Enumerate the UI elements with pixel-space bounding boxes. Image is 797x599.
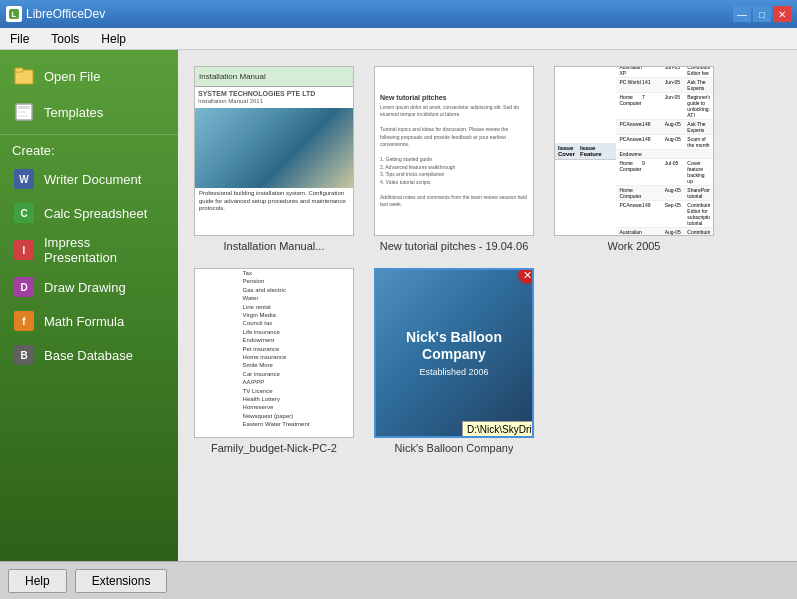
templates-label: Templates [44, 105, 103, 120]
math-icon: f [12, 309, 36, 333]
doc-path-tooltip: D:\Nick\SkyDrive\Documents\Nick's Balloo… [462, 421, 534, 438]
doc-thumb-tutorial: New tutorial pitches Lorem ipsum dolor s… [374, 66, 534, 236]
writer-label: Writer Document [44, 172, 141, 187]
svg-rect-3 [15, 68, 23, 72]
menu-help[interactable]: Help [95, 30, 132, 48]
doc-family-label: Family_budget-Nick-PC-2 [211, 442, 337, 454]
sidebar-open-file[interactable]: Open File [0, 58, 178, 94]
recent-documents: Installation Manual SYSTEM TECHNOLOGIES … [178, 50, 797, 561]
menubar: File Tools Help [0, 28, 797, 50]
doc-balloon[interactable]: ✕ Nick's Balloon Company Established 200… [374, 268, 534, 454]
svg-rect-7 [18, 115, 28, 117]
open-file-icon [12, 64, 36, 88]
main-layout: Open File Templates Create: W Writer Doc… [0, 50, 797, 561]
svg-rect-6 [18, 111, 26, 113]
base-label: Base Database [44, 348, 133, 363]
menu-tools[interactable]: Tools [45, 30, 85, 48]
create-draw[interactable]: D Draw Drawing [0, 270, 178, 304]
doc-install[interactable]: Installation Manual SYSTEM TECHNOLOGIES … [194, 66, 354, 252]
templates-icon [12, 100, 36, 124]
sidebar: Open File Templates Create: W Writer Doc… [0, 50, 178, 561]
window-controls: — □ ✕ [733, 6, 791, 22]
recent-row-2: OUTGOING Mortgage Tax Pension Gas and el… [194, 268, 781, 454]
close-doc-badge[interactable]: ✕ [518, 268, 534, 284]
recent-row-1: Installation Manual SYSTEM TECHNOLOGIES … [194, 66, 781, 252]
create-math[interactable]: f Math Formula [0, 304, 178, 338]
draw-label: Draw Drawing [44, 280, 126, 295]
doc-balloon-label: Nick's Balloon Company [395, 442, 514, 454]
app-icon: L [6, 6, 22, 22]
draw-icon: D [12, 275, 36, 299]
create-label: Create: [0, 139, 178, 162]
doc-install-label: Installation Manual... [224, 240, 325, 252]
writer-icon: W [12, 167, 36, 191]
maximize-button[interactable]: □ [753, 6, 771, 22]
doc-family[interactable]: OUTGOING Mortgage Tax Pension Gas and el… [194, 268, 354, 454]
doc-tutorial-label: New tutorial pitches - 19.04.06 [380, 240, 529, 252]
balloon-subtitle: Established 2006 [419, 367, 488, 377]
doc-thumb-install: Installation Manual SYSTEM TECHNOLOGIES … [194, 66, 354, 236]
doc-thumb-balloon: ✕ Nick's Balloon Company Established 200… [374, 268, 534, 438]
doc-work2005[interactable]: Issue Issue Cover Feature Home Computer6… [554, 66, 714, 252]
window-title: LibreOfficeDev [26, 7, 105, 21]
bottombar: Help Extensions [0, 561, 797, 599]
menu-file[interactable]: File [4, 30, 35, 48]
math-label: Math Formula [44, 314, 124, 329]
impress-icon: I [12, 238, 36, 262]
calc-icon: C [12, 201, 36, 225]
help-button[interactable]: Help [8, 569, 67, 593]
create-calc[interactable]: C Calc Spreadsheet [0, 196, 178, 230]
create-base[interactable]: B Base Database [0, 338, 178, 372]
sidebar-divider [0, 134, 178, 135]
calc-label: Calc Spreadsheet [44, 206, 147, 221]
doc-thumb-family: OUTGOING Mortgage Tax Pension Gas and el… [194, 268, 354, 438]
svg-text:L: L [12, 10, 17, 19]
titlebar-left: L LibreOfficeDev [6, 6, 105, 22]
svg-rect-5 [18, 106, 30, 109]
impress-label: Impress Presentation [44, 235, 166, 265]
base-icon: B [12, 343, 36, 367]
create-writer[interactable]: W Writer Document [0, 162, 178, 196]
balloon-title: Nick's Balloon Company [376, 329, 532, 363]
doc-tutorial[interactable]: New tutorial pitches Lorem ipsum dolor s… [374, 66, 534, 252]
sidebar-templates[interactable]: Templates [0, 94, 178, 130]
doc-work2005-label: Work 2005 [608, 240, 661, 252]
minimize-button[interactable]: — [733, 6, 751, 22]
extensions-button[interactable]: Extensions [75, 569, 168, 593]
doc-thumb-work: Issue Issue Cover Feature Home Computer6… [554, 66, 714, 236]
open-file-label: Open File [44, 69, 100, 84]
create-impress[interactable]: I Impress Presentation [0, 230, 178, 270]
titlebar: L LibreOfficeDev — □ ✕ [0, 0, 797, 28]
close-window-button[interactable]: ✕ [773, 6, 791, 22]
